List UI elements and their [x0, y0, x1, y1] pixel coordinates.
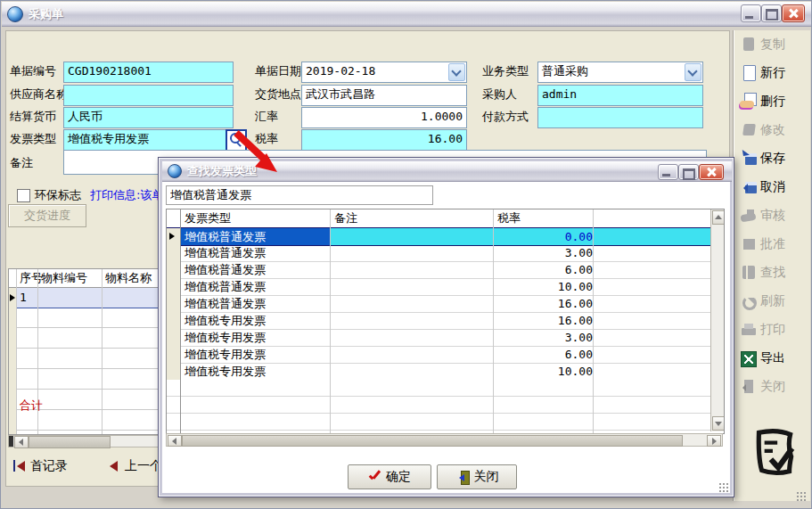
scrollbar-thumb[interactable]: [182, 435, 683, 447]
toolbar-button-label: 关闭: [760, 379, 785, 395]
maximize-icon: [683, 168, 695, 180]
scrollbar-cap: [9, 436, 13, 447]
payment-field[interactable]: [537, 107, 703, 128]
toolbar-button-label: 复制: [760, 37, 785, 53]
toolbar-button-label: 导出: [760, 350, 785, 366]
invoice-type-row[interactable]: 增值税专用发票6.00: [167, 346, 710, 363]
dialog-close-button[interactable]: [699, 164, 724, 180]
close-icon: [706, 167, 717, 177]
cell-note: [330, 227, 493, 246]
dialog-maximize-button[interactable]: [678, 164, 699, 180]
buyer-field[interactable]: admin: [537, 85, 703, 106]
row-pointer-icon: [10, 294, 15, 301]
print-icon: [739, 321, 759, 339]
nav-first-record[interactable]: 首记录: [12, 458, 68, 474]
toolbar-button-audit[interactable]: 审核: [734, 201, 810, 230]
refresh-icon: [739, 292, 759, 310]
chevron-down-icon[interactable]: [448, 63, 465, 81]
biz-type-combo[interactable]: 普通采购: [537, 62, 703, 83]
cell-note: [330, 329, 493, 347]
eco-mark-checkbox[interactable]: [17, 189, 30, 202]
dialog-close-action-button[interactable]: 关闭: [437, 464, 517, 489]
toolbar-button-refresh[interactable]: 刷新: [734, 287, 810, 316]
toolbar-button-approve[interactable]: 批准: [734, 230, 810, 259]
toolbar-button-find[interactable]: 查找: [734, 259, 810, 287]
scroll-down-icon: [715, 422, 722, 426]
dialog-minimize-button[interactable]: [658, 164, 678, 180]
invoice-type-row[interactable]: 增值税专用发票3.00: [167, 329, 710, 346]
scroll-right-button[interactable]: [707, 435, 721, 447]
currency-field[interactable]: 人民币: [63, 107, 234, 128]
cell-rate: 6.00: [493, 261, 602, 279]
dialog-resize-grip[interactable]: [718, 482, 729, 493]
nav-previous[interactable]: 上一个: [106, 458, 162, 474]
invoice-type-row[interactable]: 增值税专用发票16.00: [167, 312, 710, 329]
table-vscrollbar[interactable]: [710, 209, 724, 431]
cell-rate: 3.00: [493, 329, 602, 347]
toolbar-button-modify[interactable]: 修改: [734, 116, 810, 144]
cell-type: 增值税专用发票: [180, 312, 334, 330]
delivery-progress-button[interactable]: 交货进度: [8, 204, 86, 227]
print-info-link[interactable]: 打印信息:该单: [90, 185, 163, 205]
cell-note: [330, 346, 493, 364]
invoice-type-field[interactable]: 增值税专用发票: [63, 129, 234, 151]
ok-button[interactable]: 确定: [348, 464, 431, 489]
toolbar-button-close-door[interactable]: 关闭: [734, 373, 810, 401]
invoice-type-row[interactable]: 增值税普通发票3.00: [167, 244, 710, 261]
table-vline: [593, 209, 594, 433]
cell-rate: 16.00: [493, 295, 602, 313]
delivery-place-field[interactable]: 武汉市武昌路: [301, 85, 467, 106]
maximize-button[interactable]: [761, 4, 782, 22]
toolbar-button-label: 修改: [760, 122, 785, 138]
invoice-type-row[interactable]: 增值税普通发票16.00: [167, 295, 710, 312]
invoice-type-row[interactable]: 增值税普通发票6.00: [167, 261, 710, 278]
toolbar-button-delete-row[interactable]: 删行: [734, 87, 810, 116]
row-indicator-cell: [167, 227, 181, 246]
toolbar-button-export[interactable]: 导出: [734, 344, 810, 373]
toolbar-button-new-row[interactable]: 新行: [734, 59, 810, 87]
exchange-rate-field[interactable]: 1.0000: [301, 107, 467, 128]
toolbar-button-copy[interactable]: 复制: [734, 30, 810, 59]
cell-extra: [593, 278, 710, 296]
invoice-type-row[interactable]: 增值税专用发票10.00: [167, 363, 710, 380]
minimize-button[interactable]: [741, 4, 761, 22]
cell-note: [330, 363, 493, 381]
invoice-type-table[interactable]: 发票类型 备注 税率 增值税普通发票0.00增值税普通发票3.00增值税普通发票…: [166, 209, 725, 434]
toolbar-button-label: 新行: [760, 65, 785, 81]
app-globe-icon: [7, 6, 23, 22]
doc-date-combo[interactable]: 2019-02-18: [301, 62, 467, 83]
close-button[interactable]: [782, 4, 805, 22]
cell-type: 增值税普通发票: [180, 227, 334, 246]
dialog-hscrollbar[interactable]: [166, 433, 723, 447]
supplier-field[interactable]: [63, 85, 234, 106]
invoice-type-row[interactable]: 增值税普通发票0.00: [167, 227, 710, 244]
scroll-left-button[interactable]: [14, 436, 29, 448]
scroll-down-button[interactable]: [712, 416, 725, 431]
doc-no-field[interactable]: CGD190218001: [63, 62, 234, 83]
scroll-right-icon: [712, 438, 717, 445]
toolbar-button-save[interactable]: 保存: [734, 144, 810, 173]
cell-type: 增值税普通发票: [180, 295, 334, 313]
toolbar-button-cancel[interactable]: 取消: [734, 173, 810, 201]
row-indicator-cell: [167, 329, 181, 347]
payment-label: 付款方式: [482, 107, 529, 127]
col-seq-header: 序号: [20, 269, 43, 287]
scroll-up-button[interactable]: [712, 210, 725, 225]
checkmark-icon: [368, 472, 381, 482]
scrollbar-thumb[interactable]: [29, 436, 111, 448]
invoice-type-row[interactable]: 增值税普通发票10.00: [167, 278, 710, 295]
window-resize-grip[interactable]: [796, 491, 807, 502]
cell-note: [330, 278, 493, 296]
scroll-left-button[interactable]: [168, 435, 182, 447]
previous-icon: [106, 460, 120, 472]
dialog-title: 查找发票类型: [187, 163, 257, 179]
tax-rate-field[interactable]: 16.00: [301, 129, 467, 151]
invoice-search-input[interactable]: [166, 185, 433, 205]
cell-type: 增值税普通发票: [180, 261, 334, 279]
invoice-type-lookup-button[interactable]: [226, 129, 247, 152]
cell-extra: [593, 227, 710, 246]
toolbar-button-print[interactable]: 打印: [734, 316, 810, 344]
copy-icon: [739, 36, 759, 53]
cancel-icon: [739, 178, 759, 196]
chevron-down-icon[interactable]: [685, 63, 701, 81]
